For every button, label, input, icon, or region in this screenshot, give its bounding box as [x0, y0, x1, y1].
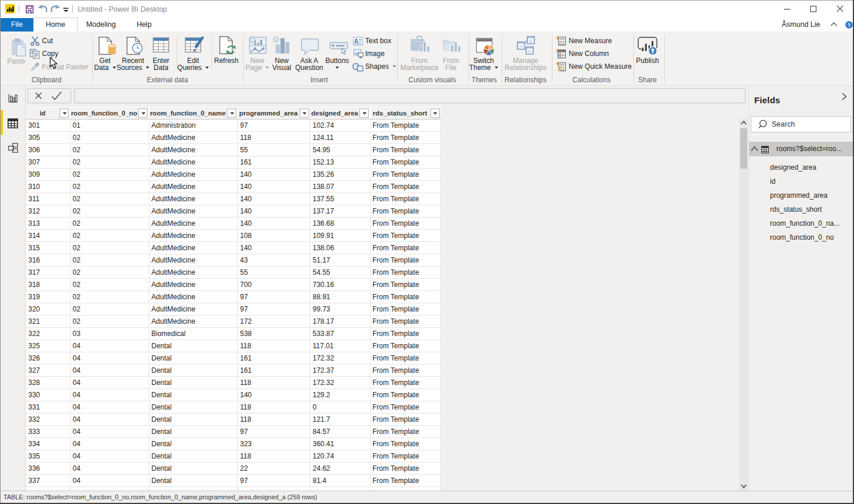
svg-text:A: A [354, 38, 358, 44]
svg-text:?: ? [848, 22, 851, 28]
